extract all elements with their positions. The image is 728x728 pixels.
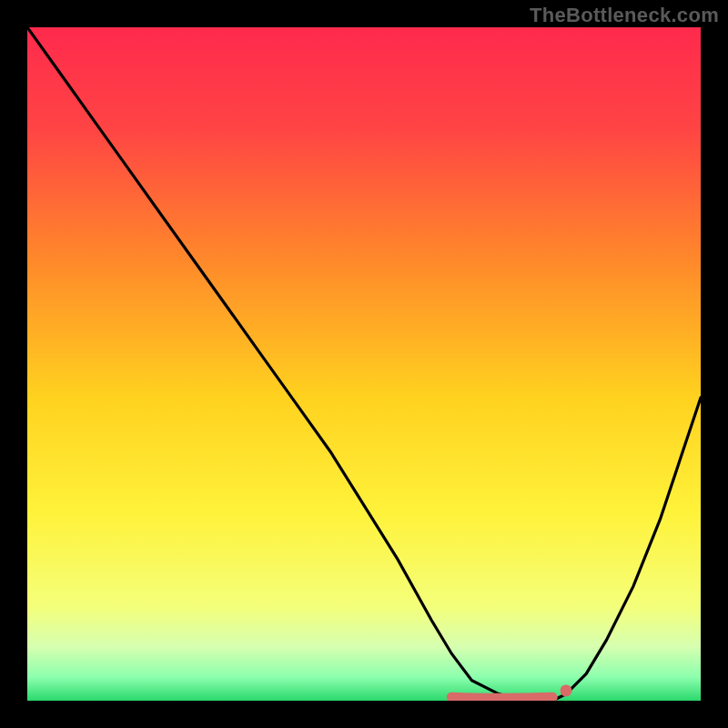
watermark-text: TheBottleneck.com: [530, 4, 719, 27]
chart-svg: [27, 27, 701, 701]
gradient-background: [27, 27, 701, 701]
marker-point: [561, 684, 572, 696]
chart-frame: TheBottleneck.com: [0, 0, 728, 728]
plot-area: [27, 27, 701, 701]
valley-highlight: [451, 697, 552, 698]
